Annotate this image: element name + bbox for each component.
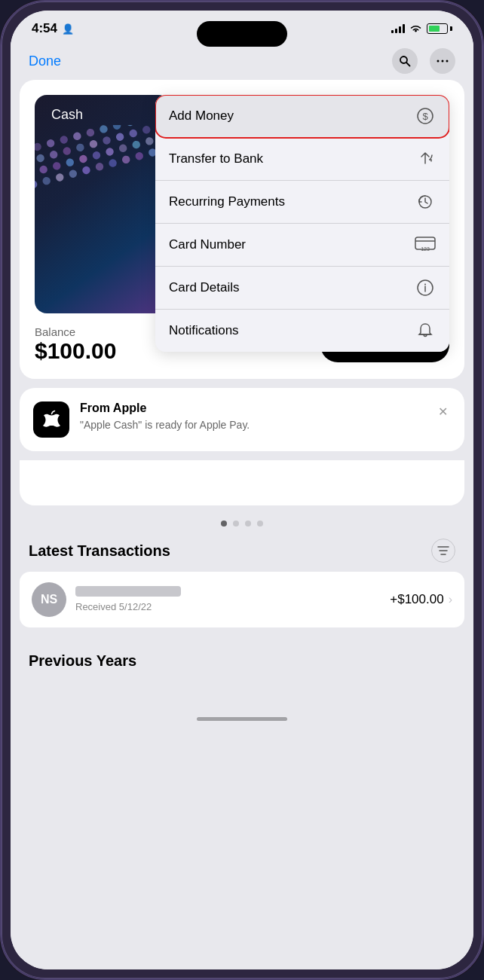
chevron-right-icon: › [449,593,452,606]
dot [145,136,155,146]
card-row: Cash [35,95,449,313]
ellipsis-icon [437,60,449,63]
card-number-icon: 123 [415,234,436,255]
dot [35,154,45,163]
home-indicator [11,706,473,731]
svg-text:123: 123 [421,246,430,252]
dot [59,135,69,145]
card-logo-text: Cash [51,107,83,123]
transaction-avatar: NS [32,582,66,617]
battery-icon [427,23,452,34]
signal-bar-3 [399,26,401,33]
menu-item-notifications[interactable]: Notifications [155,310,449,352]
status-time: 4:54 [32,21,57,36]
transaction-date: 5/12/22 [119,601,152,612]
dot [81,166,91,176]
menu-item-card-number[interactable]: Card Number 123 [155,224,449,267]
page-dot-4 [257,521,263,527]
dot [41,176,51,186]
dynamic-island [197,21,287,47]
menu-item-card-details[interactable]: Card Details [155,267,449,310]
apple-cash-card: Cash [35,95,170,313]
dropdown-menu: Add Money $ Transfer to Bank [155,95,449,352]
spacer2 [11,628,473,637]
dot [105,147,115,157]
notif-close-button[interactable]: ✕ [435,401,451,422]
page-dot-3 [245,521,251,527]
dot [78,154,88,164]
dot [35,179,38,189]
phone-frame: 4:54 👤 [0,0,484,980]
filter-icon [437,545,449,556]
mute-button[interactable] [0,122,2,167]
dot [55,172,65,182]
battery-tip [450,26,452,31]
page-dots [11,514,473,539]
dot [131,140,141,150]
dot [86,128,96,138]
wifi-icon [409,24,422,34]
previous-years-section: Previous Years [11,637,473,676]
top-nav: Done [11,42,473,80]
transaction-sub: Received 5/12/22 [75,601,152,612]
svg-line-1 [406,63,410,66]
menu-item-notifications-label: Notifications [169,323,239,338]
dot [89,139,99,149]
done-button[interactable]: Done [29,53,61,69]
page-dot-2 [233,521,239,527]
menu-item-transfer-label: Transfer to Bank [169,151,263,166]
menu-item-card-details-label: Card Details [169,280,240,295]
dot [52,161,62,171]
notif-body: "Apple Cash" is ready for Apple Pay. [80,418,424,433]
dot [46,139,56,148]
page-dot-1 [221,521,227,527]
dot [99,125,109,134]
menu-item-add-money[interactable]: Add Money $ [155,95,449,138]
more-button[interactable] [430,48,455,74]
notif-apple-icon [33,401,69,438]
signal-bar-2 [395,29,397,33]
menu-item-transfer[interactable]: Transfer to Bank [155,138,449,181]
recurring-icon [415,191,436,212]
search-button[interactable] [392,48,418,74]
volume-down-button[interactable] [0,258,2,318]
transaction-name-blur [75,586,181,597]
menu-item-add-money-label: Add Money [169,108,234,124]
svg-point-2 [437,60,440,63]
balance-section: Balance $100.00 [35,325,116,364]
dot [38,165,48,175]
dot [128,129,138,139]
spacer [11,505,473,514]
dot [72,131,82,141]
dot [134,151,144,161]
dot [115,132,125,142]
notif-content: From Apple "Apple Cash" is ready for App… [80,401,424,433]
card-dots [35,125,170,313]
nav-right [392,48,455,74]
dot [75,142,85,152]
dot [102,136,112,145]
status-icons [391,23,452,34]
dot [121,155,131,165]
menu-item-card-number-label: Card Number [169,237,246,252]
volume-up-button[interactable] [0,182,2,243]
latest-transactions-title: Latest Transactions [29,542,170,560]
svg-text:$: $ [422,111,428,122]
transfer-icon [415,148,436,169]
dot [49,150,59,160]
dot [125,125,135,127]
dot [142,125,152,135]
search-icon [399,55,411,67]
transaction-item[interactable]: NS Received 5/12/22 +$100.00 › [20,572,464,627]
menu-item-recurring-label: Recurring Payments [169,194,285,209]
menu-item-recurring[interactable]: Recurring Payments [155,181,449,224]
filter-button[interactable] [431,539,455,563]
add-money-icon: $ [415,105,436,127]
signal-bar-1 [391,30,394,33]
previous-years-title: Previous Years [29,652,136,669]
battery-fill [429,26,440,32]
balance-label: Balance [35,325,116,338]
svg-point-3 [442,60,444,63]
home-bar [197,717,287,721]
bottom-spacer [11,676,473,706]
